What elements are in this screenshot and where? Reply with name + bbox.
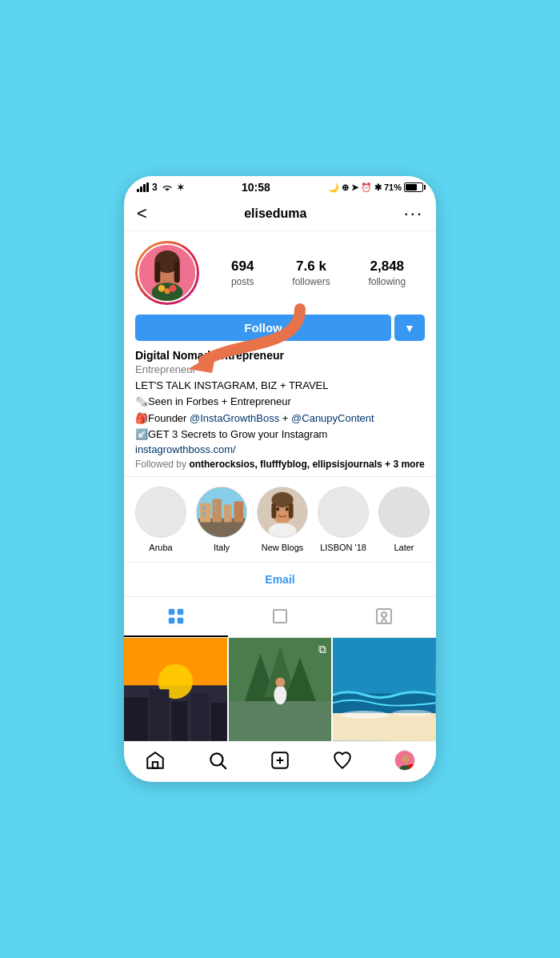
svg-rect-17 (202, 512, 206, 516)
svg-rect-55 (153, 762, 158, 768)
add-nav-button[interactable] (270, 750, 290, 771)
tagged-icon (374, 607, 394, 626)
status-bar: 3 ✶ 10:58 🌙 ⊕ ➤ ⏰ ✱ 71% (124, 176, 436, 197)
svg-point-49 (275, 678, 285, 687)
bio-website-link[interactable]: instagrowthboss.com/ (135, 443, 425, 455)
moon-icon: 🌙 (328, 182, 339, 193)
svg-rect-41 (191, 693, 209, 740)
svg-rect-4 (174, 262, 180, 283)
tab-feed[interactable] (228, 597, 332, 637)
profile-username: eliseduma (244, 206, 306, 221)
status-right: 🌙 ⊕ ➤ ⏰ ✱ 71% (328, 182, 423, 193)
posts-stat[interactable]: 694 posts (231, 259, 254, 287)
bio-line-2: 🗞️Seen in Forbes + Entrepreneur (135, 395, 425, 409)
highlight-lisbon[interactable]: LISBON '18 (318, 487, 369, 552)
profile-nav-button[interactable] (394, 750, 415, 771)
follow-dropdown-button[interactable]: ▼ (394, 315, 425, 341)
svg-rect-31 (178, 618, 183, 623)
bio-category: Entrepreneur (135, 363, 425, 375)
grid-cell-2[interactable]: ⧉ (229, 638, 332, 741)
svg-rect-14 (224, 504, 232, 522)
svg-point-53 (341, 711, 388, 719)
brightness-icon: ✶ (177, 182, 184, 193)
svg-rect-12 (200, 503, 211, 522)
highlight-new-blogs-label: New Blogs (262, 543, 304, 552)
svg-rect-29 (178, 609, 183, 615)
home-nav-button[interactable] (145, 750, 166, 771)
email-button[interactable]: Email (265, 573, 294, 586)
highlight-later-label: Later (394, 543, 414, 552)
highlight-italy-label: Italy (214, 543, 230, 552)
location-icon: ⊕ (342, 182, 349, 193)
svg-point-25 (276, 507, 279, 511)
profile-section: 694 posts 7.6 k followers 2,848 followin… (124, 231, 436, 341)
search-nav-button[interactable] (207, 750, 228, 771)
svg-point-54 (393, 710, 432, 716)
avatar[interactable] (135, 241, 199, 305)
highlight-lisbon-label: LISBON '18 (320, 543, 366, 552)
svg-rect-32 (274, 610, 286, 623)
stats-row: 694 posts 7.6 k followers 2,848 followin… (212, 259, 425, 287)
svg-rect-42 (211, 703, 227, 741)
likes-nav-button[interactable] (332, 750, 353, 771)
grid-icon (166, 607, 186, 626)
search-icon (207, 750, 228, 771)
svg-rect-15 (234, 501, 244, 522)
svg-rect-13 (212, 499, 222, 523)
svg-rect-16 (202, 506, 206, 510)
follow-button[interactable]: Follow (135, 315, 391, 341)
new-blogs-highlight-image (258, 487, 307, 538)
posts-label: posts (231, 276, 254, 287)
highlight-aruba[interactable]: Aruba (135, 487, 186, 552)
svg-rect-50 (333, 638, 436, 693)
svg-rect-39 (150, 689, 170, 740)
svg-line-57 (222, 764, 226, 769)
alarm-icon: ⏰ (361, 182, 372, 193)
highlight-later[interactable]: Later (378, 487, 430, 552)
grid-cell-3[interactable] (333, 638, 436, 741)
highlight-italy[interactable]: Italy (196, 487, 247, 552)
svg-rect-3 (154, 262, 160, 283)
more-options-button[interactable]: ··· (404, 203, 423, 224)
svg-point-6 (158, 285, 166, 292)
followers-count: 7.6 k (296, 259, 326, 275)
svg-rect-24 (289, 503, 294, 518)
following-count: 2,848 (370, 259, 405, 275)
svg-rect-19 (214, 509, 216, 512)
back-button[interactable]: < (137, 203, 147, 224)
tab-tagged[interactable] (332, 597, 436, 637)
bio-line-1: LET'S TALK INSTAGRAM, BIZ + TRAVEL (135, 379, 425, 393)
highlights-row: Aruba (124, 487, 436, 552)
svg-rect-23 (271, 503, 276, 518)
svg-rect-30 (169, 618, 174, 623)
followers-stat[interactable]: 7.6 k followers (292, 259, 330, 287)
battery-percent: 71% (384, 182, 402, 192)
followed-by-users: ontherocksios, flufffyblog, ellipsisjour… (189, 459, 424, 470)
add-icon (270, 750, 290, 771)
posts-count: 694 (231, 259, 254, 275)
bio-followed-by: Followed by ontherocksios, flufffyblog, … (135, 459, 425, 470)
bottom-nav (124, 741, 436, 782)
svg-point-26 (286, 507, 289, 511)
feed-icon (270, 607, 290, 626)
bio-line-3: 🎒Founder @InstaGrowthBoss + @CanupyConte… (135, 411, 425, 426)
svg-rect-18 (214, 503, 216, 506)
following-stat[interactable]: 2,848 following (368, 259, 406, 287)
italy-highlight-image (197, 487, 246, 538)
svg-rect-40 (171, 701, 187, 740)
heart-icon (332, 750, 353, 771)
content-tab-bar (124, 597, 436, 638)
svg-rect-28 (169, 609, 174, 615)
grid-cell-1[interactable] (124, 638, 227, 741)
tab-grid[interactable] (124, 597, 228, 637)
nav-bar: < eliseduma ··· (124, 197, 436, 231)
svg-point-34 (382, 612, 386, 617)
avatar-image (139, 243, 195, 303)
svg-point-48 (274, 685, 286, 704)
following-label: following (368, 276, 406, 287)
status-time: 10:58 (242, 181, 270, 194)
highlight-new-blogs[interactable]: New Blogs (257, 487, 308, 552)
status-left: 3 ✶ (137, 182, 184, 193)
home-icon (145, 750, 166, 771)
wifi-icon (161, 182, 174, 192)
